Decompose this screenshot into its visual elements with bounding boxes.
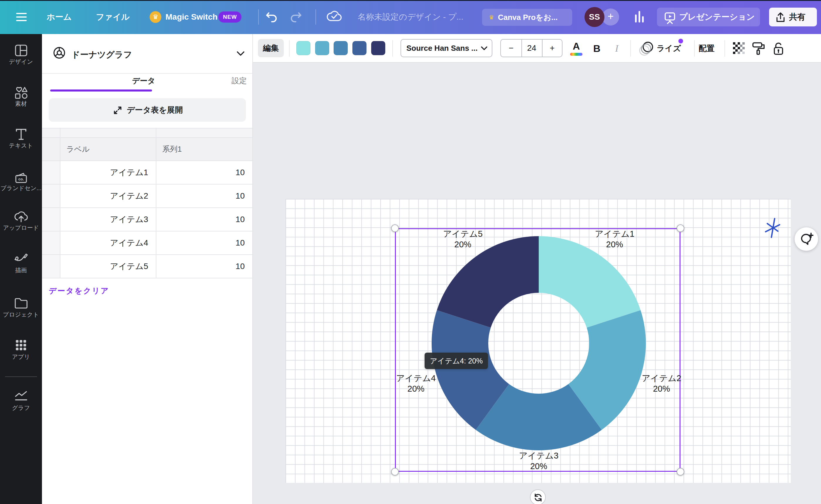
projects-icon[interactable] xyxy=(0,297,42,310)
selection-rectangle xyxy=(395,228,680,472)
presentation-button[interactable]: プレゼンテーション xyxy=(657,8,760,26)
text-color-button[interactable]: A xyxy=(569,40,584,57)
sidebar-item-projects[interactable]: プロジェクト xyxy=(0,311,42,319)
table-cell[interactable]: アイテム4 xyxy=(60,231,156,255)
sidebar-item-apps[interactable]: アプリ xyxy=(0,353,42,361)
text-icon[interactable] xyxy=(0,128,42,142)
selection-handle-ne[interactable] xyxy=(677,224,684,232)
panel-chevron-down-icon[interactable] xyxy=(236,51,245,56)
menu-home[interactable]: ホーム xyxy=(47,0,72,34)
topbar-divider xyxy=(258,9,259,25)
table-cell[interactable]: 10 xyxy=(156,231,252,255)
row-handle-cell xyxy=(42,255,60,278)
table-cell[interactable] xyxy=(156,128,252,138)
top-bar: ホーム ファイル ♛ Magic Switch NEW 名称未設定のデザイン -… xyxy=(0,0,821,34)
table-cell[interactable]: アイテム3 xyxy=(60,208,156,231)
sidebar-item-design[interactable]: デザイン xyxy=(0,58,42,66)
font-size-value[interactable]: 24 xyxy=(521,40,542,57)
font-size-decrease[interactable]: − xyxy=(501,40,521,57)
clear-data-button[interactable]: データをクリア xyxy=(49,286,109,296)
brand-center-icon[interactable]: co. xyxy=(0,171,42,185)
column-header[interactable]: ラベル xyxy=(60,138,156,161)
table-cell[interactable]: 10 xyxy=(156,185,252,208)
panel-divider xyxy=(42,73,252,74)
chart-tooltip: アイテム4: 20% xyxy=(425,353,488,369)
table-cell[interactable]: 10 xyxy=(156,255,252,278)
table-cell[interactable]: アイテム1 xyxy=(60,161,156,185)
color-swatch-4[interactable] xyxy=(352,41,366,55)
share-upload-icon xyxy=(775,12,786,23)
italic-button[interactable]: I xyxy=(609,34,624,63)
table-cell[interactable]: 10 xyxy=(156,161,252,185)
table-cell[interactable]: アイテム2 xyxy=(60,185,156,208)
font-selector[interactable]: Source Han Sans ... xyxy=(401,39,492,57)
copy-style-button[interactable] xyxy=(752,41,766,56)
color-swatch-1[interactable] xyxy=(296,41,310,55)
hdr-row: ラベル系列1 xyxy=(42,138,252,161)
color-swatch-5[interactable] xyxy=(371,41,385,55)
redo-icon[interactable] xyxy=(289,11,302,23)
canva-pro-button[interactable]: ♛ Canva Proをお... xyxy=(482,9,572,26)
add-member-button[interactable]: + xyxy=(602,9,619,26)
toolbar-divider xyxy=(630,40,631,57)
table-cell[interactable]: 10 xyxy=(156,208,252,231)
edit-button[interactable]: 編集 xyxy=(258,39,284,57)
arrange-button[interactable]: 配置 xyxy=(699,34,714,63)
color-swatch-2[interactable] xyxy=(315,41,329,55)
avatar[interactable]: SS xyxy=(585,7,604,27)
apps-icon[interactable] xyxy=(0,339,42,353)
table-row: アイテム310 xyxy=(42,208,252,231)
table-row: アイテム110 xyxy=(42,161,252,185)
charts-icon[interactable] xyxy=(0,390,42,403)
column-header[interactable]: 系列1 xyxy=(156,138,252,161)
toolbar-divider xyxy=(392,40,393,57)
row-handle-cell xyxy=(42,208,60,231)
bold-button[interactable]: B xyxy=(589,34,604,63)
sidebar-item-draw[interactable]: 描画 xyxy=(0,266,42,274)
uploads-icon[interactable] xyxy=(0,210,42,224)
rise-new-dot xyxy=(678,39,683,43)
design-icon[interactable] xyxy=(0,44,42,58)
comment-button[interactable] xyxy=(795,227,818,251)
tab-data[interactable]: データ xyxy=(132,76,155,86)
active-tab-underline xyxy=(50,89,152,92)
table-cell[interactable]: アイテム5 xyxy=(60,255,156,278)
share-button[interactable]: 共有 xyxy=(769,8,817,26)
sidebar-divider xyxy=(5,376,37,377)
sidebar-item-text[interactable]: テキスト xyxy=(0,142,42,150)
document-title[interactable]: 名称未設定のデザイン - プ... xyxy=(358,0,463,34)
undo-icon[interactable] xyxy=(265,11,278,23)
selection-handle-sw[interactable] xyxy=(391,468,399,476)
insights-icon[interactable] xyxy=(630,7,649,26)
table-row: アイテム510 xyxy=(42,255,252,278)
transparency-button[interactable] xyxy=(733,42,745,55)
row-handle-cell xyxy=(42,185,60,208)
sidebar-item-uploads[interactable]: アップロード xyxy=(0,224,42,232)
selection-handle-se[interactable] xyxy=(677,468,684,476)
menu-magic-switch[interactable]: Magic Switch xyxy=(165,0,217,34)
hamburger-menu-icon[interactable] xyxy=(16,11,27,23)
draw-icon[interactable] xyxy=(0,251,42,263)
animate-rise-button[interactable]: ライズ xyxy=(638,40,690,57)
font-size-increase[interactable]: + xyxy=(542,40,562,57)
chart-panel: ドーナツグラフ データ 設定 データ表を展開 ラベル系列1アイテム110アイテム… xyxy=(42,34,253,504)
sidebar-item-charts[interactable]: グラフ xyxy=(0,404,42,412)
selection-handle-nw[interactable] xyxy=(391,224,399,232)
toolbar-divider xyxy=(724,40,725,57)
menu-file[interactable]: ファイル xyxy=(96,0,130,34)
topbar-divider xyxy=(315,9,316,25)
rise-label: ライズ xyxy=(657,40,681,57)
toolbar-divider xyxy=(694,40,695,57)
cursor-asterisk xyxy=(763,218,783,238)
tab-settings[interactable]: 設定 xyxy=(232,76,247,86)
expand-data-table-button[interactable]: データ表を展開 xyxy=(49,98,246,122)
elements-icon[interactable] xyxy=(0,86,42,101)
window-top-edge xyxy=(0,0,821,1)
color-swatch-3[interactable] xyxy=(334,41,348,55)
lock-button[interactable] xyxy=(772,41,785,56)
table-cell[interactable] xyxy=(60,128,156,138)
svg-text:co.: co. xyxy=(18,177,24,181)
sidebar-item-brand-center[interactable]: ブランドセン... xyxy=(0,184,42,192)
rotate-button[interactable] xyxy=(530,489,546,504)
sidebar-item-elements[interactable]: 素材 xyxy=(0,100,42,108)
